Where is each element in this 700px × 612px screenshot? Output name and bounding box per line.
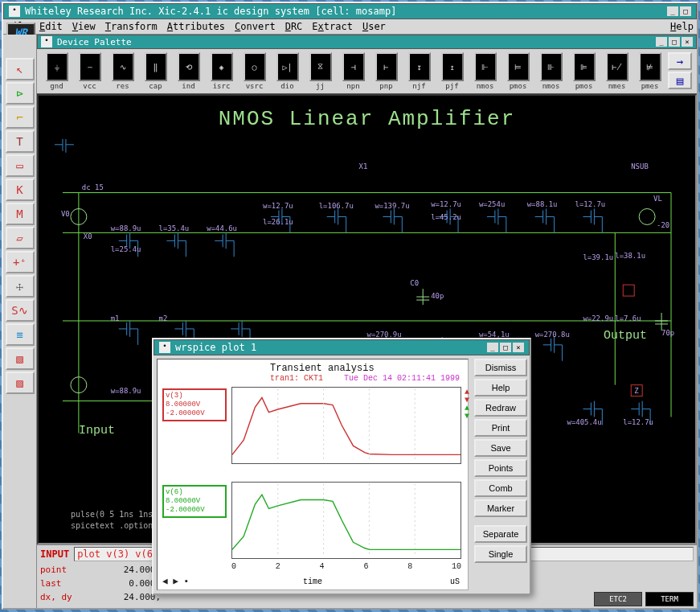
device-label: pmos <box>510 82 527 90</box>
menu-view[interactable]: View <box>72 21 96 32</box>
device-label: jj <box>316 82 325 90</box>
device-icon[interactable]: ⊫ <box>573 52 596 81</box>
device-label: dio <box>280 82 293 90</box>
device-icon[interactable]: ⊨ <box>507 52 530 81</box>
plot-scroll-icons[interactable]: ◀ ▶ ▪ <box>162 576 189 586</box>
menu-extract[interactable]: Extract <box>312 21 353 32</box>
palette-max-icon[interactable]: □ <box>669 37 680 47</box>
device-nmos-13: ⊩nmos <box>470 52 500 90</box>
device-label: njf <box>412 82 425 90</box>
device-icon[interactable]: ▷| <box>276 52 299 81</box>
palette-close-icon[interactable]: × <box>682 37 693 47</box>
window-title: Whiteley Research Inc. Xic-2.4.1 ic desi… <box>25 6 396 17</box>
svg-text:w=270.8u: w=270.8u <box>535 331 570 339</box>
svg-text:Z: Z <box>634 387 639 395</box>
select-icon[interactable]: ↖ <box>6 58 35 80</box>
plot-date: Tue Dec 14 02:11:41 1999 <box>344 374 460 383</box>
plot-min-icon[interactable]: _ <box>487 343 498 352</box>
device-icon[interactable]: ⟲ <box>178 52 200 81</box>
title-bar[interactable]: • Whiteley Research Inc. Xic-2.4.1 ic de… <box>3 3 697 19</box>
device-icon[interactable]: ↧ <box>408 52 431 81</box>
palette-sysmenu-icon[interactable]: • <box>41 36 52 47</box>
device-icon[interactable]: K <box>6 179 35 201</box>
device-icon[interactable]: ‖ <box>145 52 167 81</box>
menu-transform[interactable]: Transform <box>105 21 158 32</box>
plot-print-button[interactable]: Print <box>474 419 527 437</box>
device-gnd-0: ⏚gnd <box>42 52 72 90</box>
layer-swatches[interactable]: ETC2TERM <box>594 592 694 606</box>
menu-drc[interactable]: DRC <box>285 21 303 32</box>
device-icon[interactable]: ⊬ <box>606 52 628 81</box>
plot-marker-button[interactable]: Marker <box>474 499 527 517</box>
palette-menu-icon[interactable]: ▤ <box>668 72 692 89</box>
svg-text:w=405.4u: w=405.4u <box>567 418 602 426</box>
plot-sysmenu-icon[interactable]: • <box>159 342 170 353</box>
minimize-icon[interactable]: _ <box>667 6 678 16</box>
device-icon[interactable]: ∿ <box>112 52 134 81</box>
plot-max-icon[interactable]: □ <box>500 343 511 352</box>
move-icon[interactable]: M <box>6 203 35 225</box>
menu-convert[interactable]: Convert <box>235 21 276 32</box>
hier-icon[interactable]: ≡ <box>6 323 35 346</box>
plot-single-button[interactable]: Single <box>474 545 527 563</box>
palette-next-icon[interactable]: → <box>668 52 692 70</box>
device-res-2: ∿res <box>108 52 137 90</box>
device-icon[interactable]: ○ <box>244 52 266 81</box>
plot-separate-button[interactable]: Separate <box>474 525 527 543</box>
cursor-arrows[interactable]: ▲▼ ▲▼ <box>465 388 469 421</box>
plot-dismiss-button[interactable]: Dismiss <box>474 359 527 376</box>
device-icon[interactable]: ◈ <box>211 52 233 81</box>
text-icon[interactable]: T <box>6 130 35 153</box>
layer-TERM[interactable]: TERM <box>645 592 694 606</box>
wire-icon[interactable]: ⊳ <box>6 82 35 105</box>
device-icon[interactable]: ⊢ <box>375 52 398 81</box>
add-icon[interactable]: +⁺ <box>6 251 35 273</box>
device-label: vcc <box>83 82 96 90</box>
plot-redraw-button[interactable]: Redraw <box>474 399 527 417</box>
device-icon[interactable]: ⧖ <box>309 52 332 81</box>
trace-legend-v3: v(3) 8.00000V -2.00000V <box>162 388 227 421</box>
svg-text:l=12.7u: l=12.7u <box>623 418 653 426</box>
plot-title-bar[interactable]: • wrspice plot 1 _ □ × <box>154 339 530 355</box>
maximize-icon[interactable]: □ <box>680 6 691 16</box>
svg-text:40p: 40p <box>431 292 444 300</box>
rect-icon[interactable]: ▭ <box>6 154 35 177</box>
svg-text:w=88.1u: w=88.1u <box>527 201 558 209</box>
plot-help-button[interactable]: Help <box>474 379 527 396</box>
palette-title: Device Palette <box>57 37 132 47</box>
device-icon[interactable]: ⊪ <box>540 52 563 81</box>
svg-text:w=12.7u: w=12.7u <box>263 203 293 211</box>
device-icon[interactable]: ⏚ <box>46 52 68 81</box>
svg-text:l=39.1u: l=39.1u <box>583 253 613 261</box>
flat-icon[interactable]: ▱ <box>6 227 35 249</box>
corner-icon[interactable]: ⌐ <box>6 106 35 129</box>
device-icon[interactable]: ⊣ <box>342 52 365 81</box>
svg-text:l=25.4u: l=25.4u <box>111 245 141 253</box>
menu-bar: File Edit View Transform Attributes Conv… <box>3 19 697 35</box>
plot-save-button[interactable]: Save <box>474 439 527 457</box>
wave-icon[interactable]: ▨ <box>6 372 35 394</box>
net-icon[interactable]: ☩ <box>6 275 35 298</box>
menu-attributes[interactable]: Attributes <box>167 21 225 32</box>
plot-points-button[interactable]: Points <box>474 459 527 477</box>
plot-comb-button[interactable]: Comb <box>474 479 527 497</box>
device-label: pmes <box>641 82 659 90</box>
sysmenu-icon[interactable]: • <box>9 6 20 17</box>
layer-ETC2[interactable]: ETC2 <box>594 592 642 606</box>
device-icon[interactable]: ⊩ <box>474 52 497 81</box>
palette-title-bar[interactable]: • Device Palette _ □ × <box>37 35 697 49</box>
device-vcc-1: ⎓vcc <box>75 52 104 90</box>
device-icon[interactable]: ↥ <box>441 52 464 81</box>
palette-min-icon[interactable]: _ <box>656 37 667 47</box>
svg-text:w=88.9u: w=88.9u <box>111 224 141 232</box>
sine-icon[interactable]: S∿ <box>6 299 35 322</box>
plot-area[interactable]: Transient analysis tran1: CKT1 Tue Dec 1… <box>157 359 469 590</box>
device-icon[interactable]: ⊭ <box>639 52 661 81</box>
menu-user[interactable]: User <box>362 21 386 32</box>
menu-edit[interactable]: Edit <box>39 21 63 32</box>
menu-help[interactable]: Help <box>670 21 694 32</box>
svg-text:w=22.9u: w=22.9u <box>583 314 613 322</box>
device-icon[interactable]: ⎓ <box>79 52 101 81</box>
plot-close-icon[interactable]: × <box>513 343 524 352</box>
graph-icon[interactable]: ▧ <box>6 347 35 370</box>
